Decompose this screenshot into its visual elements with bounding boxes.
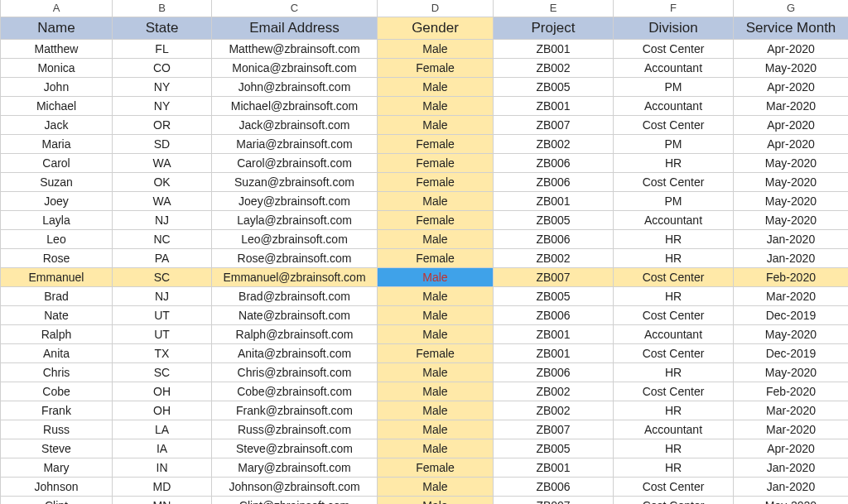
cell-service[interactable]: Jan-2020 [734, 230, 849, 249]
cell-project[interactable]: ZB005 [494, 439, 614, 458]
cell-name[interactable]: Matthew [1, 40, 113, 59]
cell-email[interactable]: Layla@zbrainsoft.com [212, 211, 378, 230]
cell-gender[interactable]: Male [378, 439, 494, 458]
cell-email[interactable]: Chris@zbrainsoft.com [212, 363, 378, 382]
header-cell[interactable]: Service Month [734, 17, 849, 40]
cell-project[interactable]: ZB006 [494, 363, 614, 382]
cell-gender[interactable]: Female [378, 249, 494, 268]
cell-service[interactable]: Mar-2020 [734, 97, 849, 116]
cell-gender[interactable]: Male [378, 382, 494, 401]
cell-division[interactable]: Accountant [614, 211, 734, 230]
cell-name[interactable]: Emmanuel [1, 268, 113, 287]
cell-project[interactable]: ZB005 [494, 287, 614, 306]
cell-project[interactable]: ZB005 [494, 211, 614, 230]
cell-project[interactable]: ZB002 [494, 401, 614, 420]
cell-gender[interactable]: Male [378, 420, 494, 439]
cell-name[interactable]: Michael [1, 97, 113, 116]
cell-email[interactable]: Anita@zbrainsoft.com [212, 344, 378, 363]
cell-service[interactable]: Dec-2019 [734, 306, 849, 325]
column-letter[interactable]: B [113, 0, 212, 17]
cell-project[interactable]: ZB001 [494, 458, 614, 478]
cell-email[interactable]: Nate@zbrainsoft.com [212, 306, 378, 325]
cell-state[interactable]: PA [113, 249, 212, 268]
cell-name[interactable]: Frank [1, 401, 113, 420]
cell-gender[interactable]: Female [378, 173, 494, 192]
cell-project[interactable]: ZB001 [494, 40, 614, 59]
cell-gender[interactable]: Male [378, 268, 494, 287]
cell-service[interactable]: Apr-2020 [734, 439, 849, 458]
cell-name[interactable]: Chris [1, 363, 113, 382]
cell-project[interactable]: ZB001 [494, 97, 614, 116]
cell-division[interactable]: Accountant [614, 325, 734, 344]
cell-division[interactable]: Cost Center [614, 497, 734, 505]
cell-division[interactable]: PM [614, 78, 734, 97]
cell-division[interactable]: Cost Center [614, 173, 734, 192]
cell-name[interactable]: Johnson [1, 478, 113, 497]
cell-division[interactable]: Cost Center [614, 116, 734, 135]
cell-state[interactable]: WA [113, 192, 212, 211]
column-letter[interactable]: C [212, 0, 378, 17]
cell-state[interactable]: UT [113, 325, 212, 344]
cell-service[interactable]: Mar-2020 [734, 420, 849, 439]
column-letter[interactable]: E [494, 0, 614, 17]
cell-email[interactable]: Jack@zbrainsoft.com [212, 116, 378, 135]
cell-state[interactable]: OR [113, 116, 212, 135]
cell-division[interactable]: HR [614, 230, 734, 249]
cell-gender[interactable]: Male [378, 401, 494, 420]
cell-gender[interactable]: Male [378, 78, 494, 97]
cell-division[interactable]: Cost Center [614, 306, 734, 325]
cell-state[interactable]: WA [113, 154, 212, 173]
cell-state[interactable]: OH [113, 401, 212, 420]
cell-project[interactable]: ZB002 [494, 135, 614, 154]
cell-project[interactable]: ZB006 [494, 154, 614, 173]
column-letter[interactable]: F [614, 0, 734, 17]
cell-project[interactable]: ZB006 [494, 478, 614, 497]
cell-email[interactable]: Cobe@zbrainsoft.com [212, 382, 378, 401]
cell-service[interactable]: Mar-2020 [734, 287, 849, 306]
cell-email[interactable]: Suzan@zbrainsoft.com [212, 173, 378, 192]
cell-name[interactable]: Clint [1, 497, 113, 505]
cell-service[interactable]: Apr-2020 [734, 135, 849, 154]
cell-email[interactable]: Rose@zbrainsoft.com [212, 249, 378, 268]
cell-state[interactable]: FL [113, 40, 212, 59]
cell-state[interactable]: SD [113, 135, 212, 154]
cell-email[interactable]: Leo@zbrainsoft.com [212, 230, 378, 249]
cell-division[interactable]: PM [614, 192, 734, 211]
cell-service[interactable]: May-2020 [734, 59, 849, 78]
cell-gender[interactable]: Male [378, 363, 494, 382]
cell-state[interactable]: UT [113, 306, 212, 325]
cell-division[interactable]: HR [614, 249, 734, 268]
cell-state[interactable]: NY [113, 97, 212, 116]
cell-division[interactable]: Accountant [614, 97, 734, 116]
cell-project[interactable]: ZB007 [494, 497, 614, 505]
header-cell[interactable]: Email Address [212, 17, 378, 40]
header-cell[interactable]: Division [614, 17, 734, 40]
cell-division[interactable]: HR [614, 439, 734, 458]
cell-division[interactable]: HR [614, 154, 734, 173]
cell-project[interactable]: ZB007 [494, 420, 614, 439]
cell-state[interactable]: NY [113, 78, 212, 97]
cell-service[interactable]: Feb-2020 [734, 268, 849, 287]
cell-state[interactable]: OK [113, 173, 212, 192]
cell-email[interactable]: Monica@zbrainsoft.com [212, 59, 378, 78]
cell-name[interactable]: Joey [1, 192, 113, 211]
cell-division[interactable]: HR [614, 401, 734, 420]
cell-project[interactable]: ZB005 [494, 78, 614, 97]
cell-division[interactable]: Cost Center [614, 268, 734, 287]
cell-state[interactable]: IA [113, 439, 212, 458]
cell-division[interactable]: PM [614, 135, 734, 154]
cell-name[interactable]: Brad [1, 287, 113, 306]
cell-service[interactable]: May-2020 [734, 497, 849, 505]
cell-service[interactable]: Apr-2020 [734, 116, 849, 135]
cell-project[interactable]: ZB006 [494, 306, 614, 325]
cell-service[interactable]: Mar-2020 [734, 401, 849, 420]
cell-gender[interactable]: Male [378, 306, 494, 325]
cell-gender[interactable]: Male [378, 478, 494, 497]
cell-service[interactable]: May-2020 [734, 211, 849, 230]
header-cell[interactable]: Project [494, 17, 614, 40]
cell-name[interactable]: Mary [1, 458, 113, 478]
cell-gender[interactable]: Female [378, 211, 494, 230]
cell-gender[interactable]: Female [378, 154, 494, 173]
cell-division[interactable]: HR [614, 287, 734, 306]
cell-state[interactable]: SC [113, 363, 212, 382]
